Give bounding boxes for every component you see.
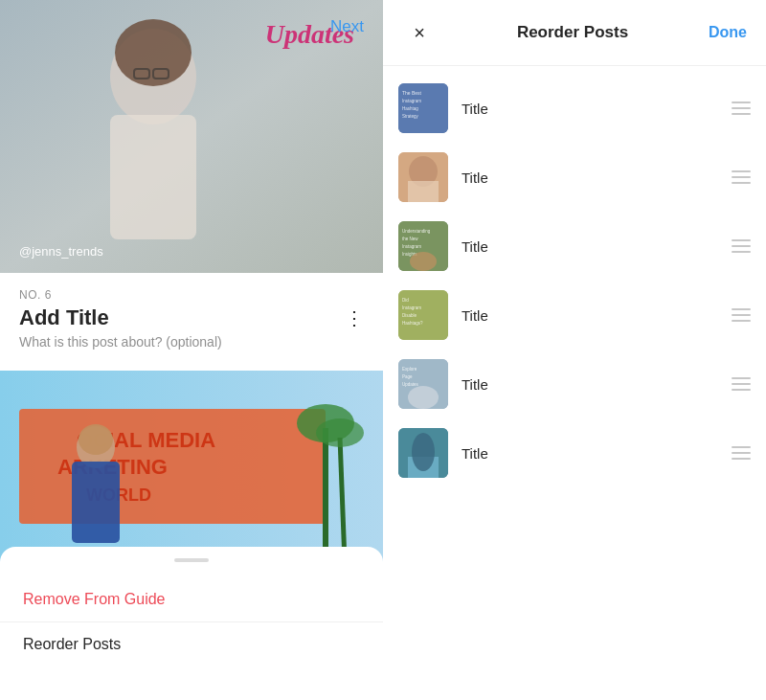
thumbnail-image-6	[398, 428, 448, 478]
svg-text:the New: the New	[402, 237, 418, 241]
second-image: OCIAL MEDIA ARKETING WORLD	[0, 371, 383, 562]
item-title-6: Title	[462, 445, 718, 462]
svg-text:Updates: Updates	[402, 382, 419, 387]
svg-rect-2	[110, 115, 196, 239]
list-item: Understanding the New Instagram Insights…	[383, 212, 766, 281]
post-title: Add Title	[19, 305, 109, 330]
drag-line	[732, 102, 751, 103]
drag-handle-5[interactable]	[732, 377, 751, 391]
item-title-4: Title	[462, 307, 718, 324]
item-title-1: Title	[462, 101, 718, 117]
item-title-5: Title	[462, 376, 718, 393]
svg-text:Understanding: Understanding	[402, 229, 431, 234]
thumbnail-5: Explore Page Updates	[398, 359, 448, 409]
list-item: Title	[383, 143, 766, 212]
svg-point-41	[408, 386, 439, 409]
thumbnail-3: Understanding the New Instagram Insights	[398, 221, 448, 271]
drag-handle-3[interactable]	[732, 239, 751, 253]
svg-point-31	[410, 252, 437, 271]
left-header: Next	[311, 0, 383, 54]
svg-point-44	[412, 433, 435, 471]
item-title-2: Title	[462, 169, 718, 186]
remove-from-guide-button[interactable]: Remove From Guide	[0, 577, 383, 621]
left-panel: Next	[0, 0, 383, 700]
reorder-header: × Reorder Posts Done	[383, 0, 766, 66]
svg-text:Disable: Disable	[402, 313, 417, 318]
thumbnail-image-3: Understanding the New Instagram Insights	[398, 221, 448, 271]
thumbnail-2	[398, 152, 448, 202]
drag-line	[732, 182, 751, 184]
drag-line	[732, 245, 751, 247]
reorder-list: The Best Instagram Hashtag Strategy Titl…	[383, 66, 766, 700]
drag-line	[732, 308, 751, 310]
close-button[interactable]: ×	[402, 15, 437, 50]
svg-text:Instagram: Instagram	[402, 99, 421, 103]
thumbnail-image-4: Did Instagram Disable Hashtags?	[398, 290, 448, 340]
svg-rect-25	[408, 181, 439, 202]
drag-line	[732, 176, 751, 178]
svg-text:Instagram: Instagram	[402, 305, 421, 310]
username-label: @jenns_trends	[19, 244, 103, 259]
post-subtitle: What is this post about? (optional)	[19, 334, 364, 361]
done-button[interactable]: Done	[709, 24, 747, 41]
drag-line	[732, 314, 751, 316]
thumbnail-1: The Best Instagram Hashtag Strategy	[398, 83, 448, 133]
item-title-3: Title	[462, 238, 718, 255]
post-title-row: Add Title ⋮	[19, 305, 364, 330]
svg-text:Instagram: Instagram	[402, 244, 421, 249]
drag-handle-4[interactable]	[732, 308, 751, 322]
reorder-posts-button[interactable]: Reorder Posts	[0, 621, 383, 666]
svg-text:Explore: Explore	[402, 367, 417, 372]
svg-point-17	[79, 424, 113, 455]
drag-line	[732, 389, 751, 391]
drag-line	[732, 377, 751, 379]
drag-line	[732, 107, 751, 109]
thumbnail-image-2	[398, 152, 448, 202]
svg-rect-16	[72, 462, 120, 543]
sheet-handle	[174, 558, 209, 562]
svg-text:Hashtag: Hashtag	[402, 106, 418, 111]
drag-handle-6[interactable]	[732, 446, 751, 460]
svg-point-14	[316, 418, 364, 447]
right-panel: × Reorder Posts Done The Best Instagram …	[383, 0, 766, 700]
drag-line	[732, 446, 751, 448]
bottom-sheet: Remove From Guide Reorder Posts	[0, 547, 383, 700]
drag-line	[732, 452, 751, 454]
svg-text:The Best: The Best	[402, 90, 422, 96]
list-item: Did Instagram Disable Hashtags? Title	[383, 281, 766, 350]
thumbnail-image-1: The Best Instagram Hashtag Strategy	[398, 83, 448, 133]
thumbnail-image-5: Explore Page Updates	[398, 359, 448, 409]
thumbnail-6	[398, 428, 448, 478]
drag-handle-1[interactable]	[732, 102, 751, 115]
drag-line	[732, 320, 751, 322]
drag-line	[732, 170, 751, 172]
next-button[interactable]: Next	[330, 17, 364, 35]
svg-text:Hashtags?: Hashtags?	[402, 321, 423, 326]
svg-text:Did: Did	[402, 298, 409, 303]
list-item: The Best Instagram Hashtag Strategy Titl…	[383, 74, 766, 143]
drag-line	[732, 113, 751, 115]
drag-handle-2[interactable]	[732, 170, 751, 184]
reorder-title: Reorder Posts	[517, 23, 628, 42]
second-image-illustration: OCIAL MEDIA ARKETING WORLD	[0, 371, 383, 562]
drag-line	[732, 458, 751, 460]
svg-text:Strategy: Strategy	[402, 114, 419, 119]
svg-text:Page: Page	[402, 374, 413, 379]
list-item: Title	[383, 418, 766, 487]
post-number: NO. 6	[19, 288, 364, 302]
thumbnail-4: Did Instagram Disable Hashtags?	[398, 290, 448, 340]
list-item: Explore Page Updates Title	[383, 350, 766, 418]
drag-line	[732, 383, 751, 385]
more-options-icon[interactable]: ⋮	[345, 308, 364, 327]
drag-line	[732, 251, 751, 253]
post-info: NO. 6 Add Title ⋮ What is this post abou…	[0, 273, 383, 371]
drag-line	[732, 239, 751, 241]
